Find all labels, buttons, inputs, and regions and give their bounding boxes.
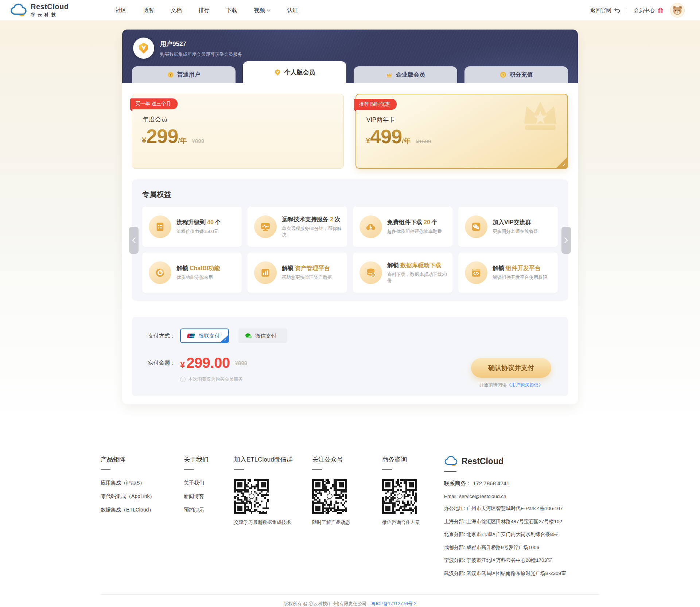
nav-item-blog[interactable]: 博客 <box>143 7 154 14</box>
payment-method-wechat[interactable]: 微信支付 <box>238 328 287 343</box>
benefit-db-drivers: 解锁数据库驱动下载 资料下载，数据库驱动下载20份 <box>353 253 452 293</box>
crown-watermark-icon <box>518 96 562 134</box>
top-nav: RestCloud 谷云科技 社区 博客 文档 排行 下载 视频 认证 返回官网… <box>0 0 700 20</box>
benefit-free-components: 免费组件下载20个 超多优质组件帮你效率翻番 <box>353 207 452 247</box>
confirm-pay-button[interactable]: 确认协议并支付 <box>471 358 551 378</box>
plan-annual-unit: /年 <box>178 136 187 145</box>
chevron-down-icon <box>267 9 271 12</box>
wechat-group-icon <box>465 215 487 238</box>
agreement-prefix: 开通前请阅读 <box>479 382 507 388</box>
contact-wuhan: 武汉分部: 武汉市武昌区团结南路东原时光广场B-2309室 <box>444 570 599 577</box>
cloud-download-icon <box>359 215 382 238</box>
contact-beijing: 北京分部: 北京市西城区广安门内大街水利综合楼8层 <box>444 531 599 538</box>
wechat-pay-icon <box>245 333 252 339</box>
chevron-right-icon <box>564 237 568 243</box>
payment-note: 本次消费仅为购买会员服务 <box>188 376 243 382</box>
original-amount: ¥899 <box>235 360 247 366</box>
footer-cloud-logo-icon <box>444 455 458 467</box>
plan-annual-price: 299 <box>146 127 178 145</box>
contact-phone: 联系商务： 172 7868 4241 <box>444 480 599 487</box>
benefit-flow-upgrade: 流程升级到40个 流程价值力赚1500元 <box>142 207 242 247</box>
amount-label: 实付金额： <box>148 359 180 366</box>
purchase-agreement-link[interactable]: 《用户购买协议》 <box>507 382 543 388</box>
coin-icon <box>167 71 174 78</box>
contact-email: Email: service@restcloud.cn <box>444 494 599 499</box>
benefit-component-dev: 解锁组件开发平台 解锁组件开发平台使用权限 <box>458 253 558 293</box>
plan-two-year-badge: 推荐 限时优惠 <box>354 99 397 110</box>
chevron-left-icon <box>132 237 136 243</box>
footer-link-applink[interactable]: 零代码集成（AppLink） <box>101 493 168 500</box>
flow-list-icon <box>149 215 171 238</box>
plan-annual-original-price: ¥899 <box>192 138 204 144</box>
plan-cards: 买一年 送三个月 年度会员 ¥ 299 /年 ¥899 推荐 限时优惠 VIP两… <box>132 83 568 169</box>
payment-method-unionpay[interactable]: UnionPay 银联支付 ✓ <box>180 328 229 343</box>
nav-item-community[interactable]: 社区 <box>116 7 127 14</box>
benefits-panel: 专属权益 流程升级到40个 流程价值力赚1500元 <box>132 179 568 301</box>
user-banner: 用户9527 购买数据集成年度会员即可享受会员服务 普通用户 个人版会员 企业版… <box>122 30 578 83</box>
nav-item-download[interactable]: 下载 <box>226 7 237 14</box>
brand-cn-name: 谷云科技 <box>31 12 69 18</box>
banner-username: 用户9527 <box>160 40 242 48</box>
membership-panel: 用户9527 购买数据集成年度会员即可享受会员服务 普通用户 个人版会员 企业版… <box>122 30 578 404</box>
membership-tabs: 普通用户 个人版会员 企业版会员 积分充值 <box>132 61 568 83</box>
footer-brand-block: RestCloud 联系商务： 172 7868 4241 Email: ser… <box>444 455 599 577</box>
remote-monitor-icon <box>254 215 277 238</box>
benefit-chatbi: 解锁ChatBI功能 优质功能等你来用 <box>142 253 242 293</box>
cloud-logo-icon <box>10 3 27 17</box>
vip-gem-badge-icon <box>133 38 154 59</box>
banner-subtitle: 购买数据集成年度会员即可享受会员服务 <box>160 51 242 58</box>
plan-annual[interactable]: 买一年 送三个月 年度会员 ¥ 299 /年 ¥899 <box>132 94 344 169</box>
footer-link-about[interactable]: 关于我们 <box>184 480 219 486</box>
footer-link-news[interactable]: 新闻博客 <box>184 493 219 500</box>
user-avatar[interactable] <box>670 3 685 17</box>
brand-logo[interactable]: RestCloud 谷云科技 <box>10 3 69 18</box>
tab-points-recharge[interactable]: 积分充值 <box>464 66 568 83</box>
back-to-site-link[interactable]: 返回官网 <box>590 7 620 14</box>
plan-two-year-original-price: ¥1599 <box>416 138 431 144</box>
carousel-prev-button[interactable] <box>129 227 139 254</box>
business-qr-code <box>382 479 417 514</box>
footer-about-column: 关于我们 关于我们 新闻博客 预约演示 <box>184 455 219 577</box>
footer: 产品矩阵 应用集成（iPaaS） 零代码集成（AppLink） 数据集成（ETL… <box>101 404 599 577</box>
official-account-qr-code <box>312 479 347 514</box>
bar-chart-icon <box>254 261 277 284</box>
footer-business-column: 商务咨询 微信咨询合作方案 <box>382 455 429 577</box>
plan-two-year[interactable]: 推荐 限时优惠 VIP两年卡 ¥ 499 /年 ¥1599 ✓ <box>355 94 568 169</box>
footer-wechat-group-column: 加入ETLCloud微信群 交流学习最新数据集成技术 <box>234 455 297 577</box>
footer-products-column: 产品矩阵 应用集成（iPaaS） 零代码集成（AppLink） 数据集成（ETL… <box>101 455 168 577</box>
tab-enterprise-member[interactable]: 企业版会员 <box>354 66 457 83</box>
benefits-title: 专属权益 <box>142 190 558 199</box>
tab-personal-member[interactable]: 个人版会员 <box>243 61 346 83</box>
nav-item-video[interactable]: 视频 <box>254 7 271 14</box>
carousel-next-button[interactable] <box>561 227 571 254</box>
plan-two-year-currency: ¥ <box>366 136 370 145</box>
contact-chengdu: 成都分部: 成都市高升桥路9号罗浮广场1006 <box>444 544 599 551</box>
unionpay-icon: UnionPay <box>187 333 195 339</box>
benefit-asset-platform: 解锁资产管理平台 帮助您更快管理资产数据 <box>248 253 347 293</box>
member-center-link[interactable]: 会员中心 <box>634 7 664 14</box>
database-plus-icon <box>359 261 382 284</box>
payment-panel: 支付方式： UnionPay 银联支付 ✓ 微信支付 实付金额： ¥ <box>132 317 568 396</box>
crown-icon <box>386 71 393 78</box>
plan-annual-title: 年度会员 <box>143 115 343 124</box>
plan-annual-badge: 买一年 送三个月 <box>130 98 178 109</box>
donut-chart-icon <box>149 261 171 284</box>
method-selected-check-icon: ✓ <box>220 335 228 342</box>
gold-coin-icon <box>500 71 506 78</box>
nav-item-docs[interactable]: 文档 <box>171 7 182 14</box>
footer-link-ipaas[interactable]: 应用集成（iPaaS） <box>101 480 168 486</box>
icp-link[interactable]: 粤ICP备17112776号-2 <box>371 601 416 606</box>
benefit-remote-support: 远程技术支持服务2次 单次远程服务60分钟，帮你解决 <box>248 207 347 247</box>
nav-menu: 社区 博客 文档 排行 下载 视频 认证 <box>116 7 298 14</box>
footer-link-demo[interactable]: 预约演示 <box>184 507 219 513</box>
nav-item-ranking[interactable]: 排行 <box>199 7 210 14</box>
code-window-icon <box>465 261 487 284</box>
nav-item-cert[interactable]: 认证 <box>287 7 298 14</box>
footer-link-etlcloud[interactable]: 数据集成（ETLCloud） <box>101 507 168 513</box>
contact-shanghai: 上海分部: 上海市徐汇区田林路487号宝石园27号楼102 <box>444 518 599 525</box>
contact-office: 办公地址: 广州市天河区智慧城时代E-Park 4栋106-107 <box>444 505 599 512</box>
selected-check-icon: ✓ <box>556 156 568 169</box>
tab-normal-user[interactable]: 普通用户 <box>132 66 236 83</box>
payment-method-label: 支付方式： <box>148 332 180 339</box>
brand-name: RestCloud <box>31 3 69 11</box>
